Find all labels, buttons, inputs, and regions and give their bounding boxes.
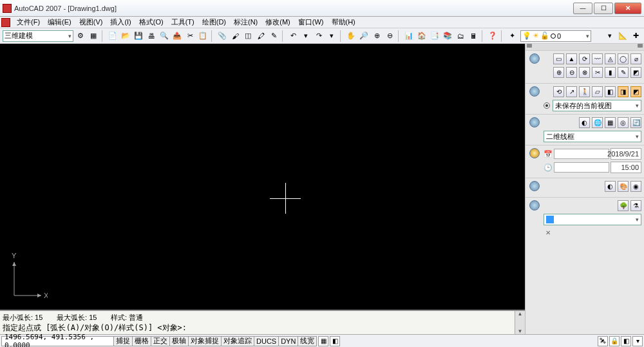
view2-icon[interactable]: ◨	[618, 86, 629, 97]
paste-icon[interactable]: 📎	[216, 30, 228, 42]
open-icon[interactable]: 📂	[120, 30, 131, 42]
block-icon[interactable]: ◫	[242, 30, 254, 42]
union-icon[interactable]: ⊕	[553, 67, 564, 78]
new-icon[interactable]: 📄	[107, 30, 118, 42]
menu-tools[interactable]: 工具(T)	[167, 17, 198, 28]
dash-tab-create-icon[interactable]	[529, 53, 540, 64]
prop-icon[interactable]: 📊	[403, 30, 415, 42]
menu-format[interactable]: 格式(O)	[135, 17, 167, 28]
extrude-icon[interactable]: ▲	[566, 53, 577, 64]
vs5-icon[interactable]: 🔄	[630, 117, 641, 128]
status-model-icon[interactable]: ▦	[318, 336, 328, 346]
render2-icon[interactable]: ⚗	[630, 200, 641, 211]
menu-file[interactable]: 文件(F)	[13, 17, 44, 28]
view1-icon[interactable]: ◧	[605, 86, 616, 97]
status-lwt[interactable]: 线宽	[298, 336, 317, 346]
undo-icon[interactable]: ↶	[287, 30, 299, 42]
view3-icon[interactable]: ◩	[630, 86, 641, 97]
command-scrollbar[interactable]: ▲▼	[515, 311, 525, 334]
layer-mgr-icon[interactable]: ✦	[506, 30, 518, 42]
status-snap[interactable]: 捕捉	[113, 336, 133, 346]
dc-icon[interactable]: 🏠	[416, 30, 428, 42]
status-polar[interactable]: 极轴	[169, 336, 189, 346]
command-text[interactable]: 最小弧长: 15 最大弧长: 15 样式: 普通 指定起点或 [弧长(A)/对象…	[0, 311, 515, 334]
visual-style-select[interactable]: 二维线框	[544, 131, 641, 142]
layer-tool1-icon[interactable]: 📐	[617, 30, 629, 42]
preview-icon[interactable]: 🔍	[158, 30, 170, 42]
publish-icon[interactable]: 📤	[171, 30, 183, 42]
undo-drop-icon[interactable]: ▾	[300, 30, 312, 42]
dashboard-head[interactable]	[526, 44, 644, 50]
minimize-button[interactable]	[573, 3, 592, 14]
subtract-icon[interactable]: ⊖	[566, 67, 577, 78]
status-layout-icon[interactable]: ◧	[330, 336, 340, 346]
cut-icon[interactable]: ✂	[184, 30, 196, 42]
loft-icon[interactable]: ◬	[605, 53, 616, 64]
zoom-prev-icon[interactable]: ⊖	[384, 30, 395, 42]
save-icon[interactable]: 💾	[133, 30, 144, 42]
zoom-rt-icon[interactable]: 🔎	[358, 30, 370, 42]
menu-help[interactable]: 帮助(H)	[328, 17, 359, 28]
status-ortho[interactable]: 正交	[151, 336, 170, 346]
vs3-icon[interactable]: ▦	[605, 117, 616, 128]
help-icon[interactable]: ❓	[487, 30, 498, 42]
box-icon[interactable]: ▭	[553, 53, 564, 64]
status-dyn[interactable]: DYN	[278, 336, 298, 346]
menu-insert[interactable]: 插入(I)	[106, 17, 135, 28]
dash-tab-view-icon[interactable]	[529, 86, 540, 97]
orbit-icon[interactable]: ⟲	[553, 86, 564, 97]
time-slider[interactable]	[554, 162, 609, 173]
dash-tab-render-icon[interactable]	[529, 200, 540, 211]
menu-dimension[interactable]: 标注(N)	[230, 17, 261, 28]
section-icon[interactable]: ◩	[630, 67, 641, 78]
swivel-icon[interactable]: ↗	[566, 86, 577, 97]
tp-icon[interactable]: 📑	[429, 30, 440, 42]
view-radio[interactable]	[544, 102, 550, 109]
status-tray3-icon[interactable]: ▾	[632, 336, 643, 346]
thicken-icon[interactable]: ▮	[605, 67, 616, 78]
dash-tab-light-icon[interactable]	[529, 148, 540, 158]
vs2-icon[interactable]: 🌐	[592, 117, 603, 128]
render-select[interactable]	[544, 214, 641, 225]
vs4-icon[interactable]: ◎	[618, 117, 629, 128]
menu-view[interactable]: 视图(V)	[75, 17, 107, 28]
print-icon[interactable]: 🖶	[146, 30, 157, 42]
pan-icon[interactable]: ✋	[345, 30, 357, 42]
view-select[interactable]: 未保存的当前视图	[553, 100, 641, 111]
poly-icon[interactable]: ◯	[618, 53, 629, 64]
layer-tool2-icon[interactable]: ✚	[630, 30, 641, 42]
drawing-canvas[interactable]: X Y	[0, 44, 525, 310]
render-close-icon[interactable]: ✕	[544, 228, 553, 237]
copy-icon[interactable]: 📋	[197, 30, 209, 42]
ssm-icon[interactable]: 📚	[442, 30, 453, 42]
vs1-icon[interactable]: ◐	[579, 117, 590, 128]
slice-icon[interactable]: ✂	[592, 67, 603, 78]
erase-icon[interactable]: ✎	[268, 30, 279, 42]
status-grid[interactable]: 栅格	[132, 336, 151, 346]
mat3-icon[interactable]: ◉	[630, 181, 641, 192]
render1-icon[interactable]: 🌳	[618, 200, 629, 211]
status-otrack[interactable]: 对象追踪	[221, 336, 254, 346]
markup-icon[interactable]: 🗂	[455, 30, 466, 42]
menu-draw[interactable]: 绘图(D)	[198, 17, 230, 28]
dash-tab-mat-icon[interactable]	[529, 181, 540, 191]
mat2-icon[interactable]: 🎨	[618, 181, 629, 192]
intersect-icon[interactable]: ⊗	[579, 67, 590, 78]
imprint-icon[interactable]: ✎	[618, 67, 629, 78]
status-tray2-icon[interactable]: ◧	[621, 336, 631, 346]
status-ducs[interactable]: DUCS	[254, 336, 279, 346]
status-osnap[interactable]: 对象捕捉	[188, 336, 222, 346]
redo-icon[interactable]: ↷	[313, 30, 325, 42]
proj-icon[interactable]: ▱	[592, 86, 603, 97]
coord-display[interactable]: 1496.5694, 491.5356 , 0.0000	[1, 336, 114, 346]
menu-window[interactable]: 窗口(W)	[294, 17, 328, 28]
menu-edit[interactable]: 编辑(E)	[44, 17, 75, 28]
date-slider[interactable]	[554, 149, 609, 159]
menu-modify[interactable]: 修改(M)	[261, 17, 294, 28]
mat1-icon[interactable]: ◐	[605, 181, 616, 192]
paint-icon[interactable]: 🖍	[255, 30, 267, 42]
qcalc-icon[interactable]: 🖩	[468, 30, 479, 42]
revolve-icon[interactable]: ⟳	[579, 53, 590, 64]
redo-drop-icon[interactable]: ▾	[326, 30, 337, 42]
sweep-icon[interactable]: 〰	[592, 53, 603, 64]
